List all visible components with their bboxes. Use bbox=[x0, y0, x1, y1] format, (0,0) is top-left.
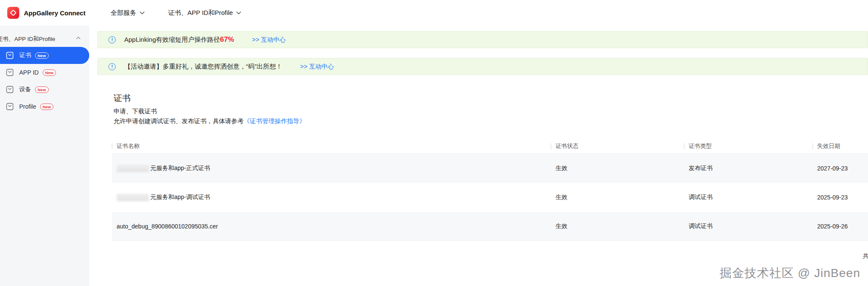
sidebar-title: 证书、APP ID和Profile bbox=[0, 35, 55, 43]
page-description: 允许申请创建调试证书、发布证书，具体请参考《证书管理操作指导》 bbox=[114, 117, 306, 125]
table-header-row: 证书名称 证书状态 证书类型 失效日期 bbox=[112, 139, 868, 154]
redacted-blur bbox=[117, 194, 149, 201]
sidebar-item-label: 证书 bbox=[19, 52, 31, 59]
brand[interactable]: AppGallery Connect bbox=[7, 7, 85, 19]
cert-status: 生效 bbox=[551, 194, 684, 201]
column-header-expiry: 失效日期 bbox=[812, 142, 868, 150]
interaction-center-link[interactable]: >> 互动中心 bbox=[252, 36, 286, 44]
sidebar-item-label: Profile bbox=[19, 103, 36, 110]
cert-status: 生效 bbox=[551, 222, 684, 230]
page-subtitle: 申请、下载证书 bbox=[114, 107, 157, 116]
sidebar-item-app-id[interactable]: APP ID New bbox=[0, 64, 89, 81]
interaction-center-link[interactable]: >> 互动中心 bbox=[300, 63, 334, 71]
cert-guide-link[interactable]: 《证书管理操作指导》 bbox=[244, 118, 306, 124]
new-badge: New bbox=[40, 104, 54, 110]
column-header-type: 证书类型 bbox=[684, 142, 812, 150]
brand-name: AppGallery Connect bbox=[24, 9, 85, 17]
sidebar-item-devices[interactable]: 设备 New bbox=[0, 81, 89, 98]
new-badge: New bbox=[35, 52, 49, 59]
sidebar-item-label: APP ID bbox=[19, 69, 39, 76]
package-box-icon bbox=[6, 103, 14, 110]
nav-cert-appid-profile-label: 证书、APP ID和Profile bbox=[168, 9, 233, 17]
info-circle-icon: ! bbox=[108, 63, 116, 70]
cert-name: 元服务和app-正式证书 bbox=[150, 165, 210, 172]
chevron-down-icon bbox=[236, 11, 241, 14]
cert-expiry: 2027-09-23 bbox=[812, 165, 868, 172]
page-description-text: 允许申请创建调试证书、发布证书，具体请参考 bbox=[114, 118, 244, 124]
cert-expiry: 2025-09-23 bbox=[812, 194, 868, 201]
column-header-name: 证书名称 bbox=[112, 142, 551, 150]
sidebar-item-certificates[interactable]: 证书 New bbox=[0, 47, 89, 64]
package-box-icon bbox=[6, 69, 14, 76]
banner-message: AppLinking有效缩短用户操作路径 bbox=[124, 36, 220, 43]
certificate-table: 证书名称 证书状态 证书类型 失效日期 元服务和app-正式证书 生效 发布证书… bbox=[112, 139, 868, 241]
cert-name: 元服务和app-调试证书 bbox=[150, 194, 210, 201]
info-circle-icon: ! bbox=[108, 36, 116, 43]
nav-all-services[interactable]: 全部服务 bbox=[111, 0, 145, 26]
cert-type: 调试证书 bbox=[684, 194, 812, 201]
table-row[interactable]: auto_debug_89008600102095035.cer 生效 调试证书… bbox=[112, 212, 868, 241]
cert-name-cell: 元服务和app-正式证书 bbox=[112, 165, 551, 172]
column-header-status: 证书状态 bbox=[551, 142, 684, 150]
package-box-icon bbox=[6, 52, 14, 59]
banner-text: 【活动邀请】多重好礼，诚邀您挥洒创意，“码”出所想！ bbox=[124, 62, 282, 71]
cert-name: auto_debug_89008600102095035.cer bbox=[117, 223, 218, 230]
banner-text: AppLinking有效缩短用户操作路径67% bbox=[124, 35, 234, 44]
banner-highlight: 67% bbox=[220, 35, 234, 43]
new-badge: New bbox=[35, 87, 49, 93]
table-row[interactable]: 元服务和app-正式证书 生效 发布证书 2027-09-23 bbox=[112, 154, 868, 183]
redacted-blur bbox=[117, 165, 149, 172]
notice-banner-invitation: ! 【活动邀请】多重好礼，诚邀您挥洒创意，“码”出所想！ >> 互动中心 bbox=[97, 58, 868, 75]
chevron-up-icon[interactable] bbox=[76, 37, 81, 40]
sidebar: 证书、APP ID和Profile 证书 New APP ID New 设备 N… bbox=[0, 26, 89, 286]
cert-name-cell: auto_debug_89008600102095035.cer bbox=[112, 223, 551, 230]
appgallery-logo-icon bbox=[7, 7, 19, 19]
new-badge: New bbox=[43, 69, 56, 76]
sidebar-item-profile[interactable]: Profile New bbox=[0, 98, 89, 115]
banner-message: 【活动邀请】多重好礼，诚邀您挥洒创意，“码”出所想！ bbox=[124, 63, 282, 70]
pagination-total-partial: 共 bbox=[863, 252, 868, 260]
sidebar-item-label: 设备 bbox=[19, 86, 31, 93]
watermark: 掘金技术社区 @ JinBeen bbox=[720, 265, 860, 281]
top-header: AppGallery Connect 全部服务 证书、APP ID和Profil… bbox=[0, 0, 868, 26]
chevron-down-icon bbox=[140, 11, 145, 14]
table-row[interactable]: 元服务和app-调试证书 生效 调试证书 2025-09-23 bbox=[112, 183, 868, 212]
package-box-icon bbox=[6, 86, 14, 93]
main-content: ! AppLinking有效缩短用户操作路径67% >> 互动中心 ! 【活动邀… bbox=[89, 26, 868, 286]
cert-expiry: 2025-09-26 bbox=[812, 223, 868, 230]
notice-banner-applinking: ! AppLinking有效缩短用户操作路径67% >> 互动中心 bbox=[97, 31, 868, 48]
cert-type: 调试证书 bbox=[684, 222, 812, 230]
nav-all-services-label: 全部服务 bbox=[111, 9, 136, 17]
cert-type: 发布证书 bbox=[684, 165, 812, 172]
cert-name-cell: 元服务和app-调试证书 bbox=[112, 194, 551, 201]
page-title: 证书 bbox=[114, 92, 131, 104]
nav-cert-appid-profile[interactable]: 证书、APP ID和Profile bbox=[168, 0, 241, 26]
cert-status: 生效 bbox=[551, 165, 684, 172]
